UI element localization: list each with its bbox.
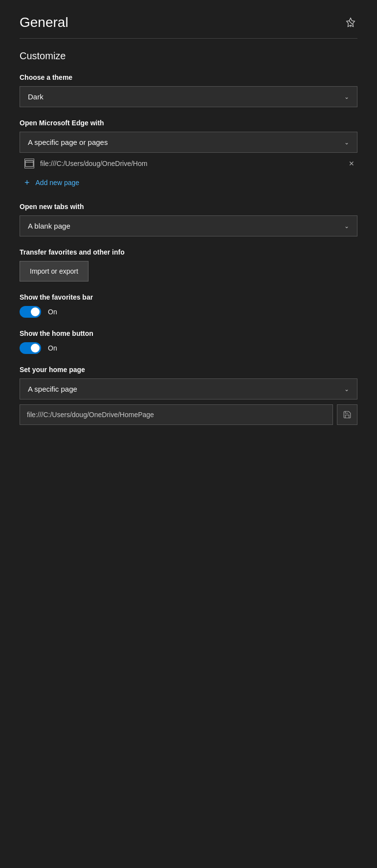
page-header: General (20, 15, 357, 30)
plus-icon: + (24, 178, 30, 187)
home-page-selected-value: A specific page (28, 385, 77, 393)
save-home-page-button[interactable] (337, 404, 357, 425)
favorites-bar-label: Show the favorites bar (20, 293, 357, 301)
open-edge-dropdown-wrapper: A specific page or pages ⌄ (20, 132, 357, 153)
open-edge-chevron-icon: ⌄ (344, 139, 349, 146)
svg-rect-1 (25, 161, 33, 167)
open-newtabs-chevron-icon: ⌄ (344, 223, 349, 230)
home-page-label: Set your home page (20, 366, 357, 374)
home-page-chevron-icon: ⌄ (344, 386, 349, 393)
home-page-input-row (20, 404, 357, 425)
pin-icon[interactable] (344, 16, 357, 29)
home-button-toggle-knob (31, 344, 40, 352)
open-edge-dropdown[interactable]: A specific page or pages ⌄ (20, 132, 357, 153)
open-newtabs-dropdown-wrapper: A blank page ⌄ (20, 215, 357, 236)
home-button-toggle-row: On (20, 342, 357, 354)
open-newtabs-dropdown[interactable]: A blank page ⌄ (20, 215, 357, 236)
customize-title: Customize (20, 50, 357, 62)
open-newtabs-label: Open new tabs with (20, 203, 357, 211)
favorites-bar-toggle[interactable] (20, 306, 41, 318)
home-page-dropdown-wrapper: A specific page ⌄ (20, 378, 357, 399)
transfer-label: Transfer favorites and other info (20, 248, 357, 256)
home-page-dropdown[interactable]: A specific page ⌄ (20, 378, 357, 399)
favorites-bar-toggle-knob (31, 307, 40, 316)
favorites-bar-toggle-row: On (20, 306, 357, 318)
remove-page-button[interactable]: ✕ (346, 158, 357, 169)
home-button-toggle-state: On (48, 344, 57, 352)
page-title: General (20, 15, 68, 30)
add-new-page-row[interactable]: + Add new page (20, 174, 357, 191)
open-edge-label: Open Microsoft Edge with (20, 119, 357, 127)
import-export-button[interactable]: Import or export (20, 261, 89, 282)
page-browser-icon (24, 159, 34, 168)
open-newtabs-selected-value: A blank page (28, 222, 70, 230)
theme-dropdown[interactable]: Dark ⌄ (20, 86, 357, 107)
page-container: General Customize Choose a theme Dark ⌄ … (0, 0, 377, 440)
theme-selected-value: Dark (28, 93, 44, 101)
theme-dropdown-wrapper: Dark ⌄ (20, 86, 357, 107)
open-edge-selected-value: A specific page or pages (28, 138, 108, 146)
add-page-label: Add new page (36, 179, 80, 187)
home-button-toggle[interactable] (20, 342, 41, 354)
theme-label: Choose a theme (20, 73, 357, 81)
page-item-row: file:///C:/Users/doug/OneDrive/Hom ✕ (20, 153, 357, 174)
favorites-bar-toggle-state: On (48, 308, 57, 316)
section-divider (20, 38, 357, 39)
page-url-text: file:///C:/Users/doug/OneDrive/Hom (40, 160, 340, 167)
home-page-input[interactable] (20, 404, 333, 425)
theme-chevron-icon: ⌄ (344, 94, 349, 100)
home-button-label: Show the home button (20, 329, 357, 337)
